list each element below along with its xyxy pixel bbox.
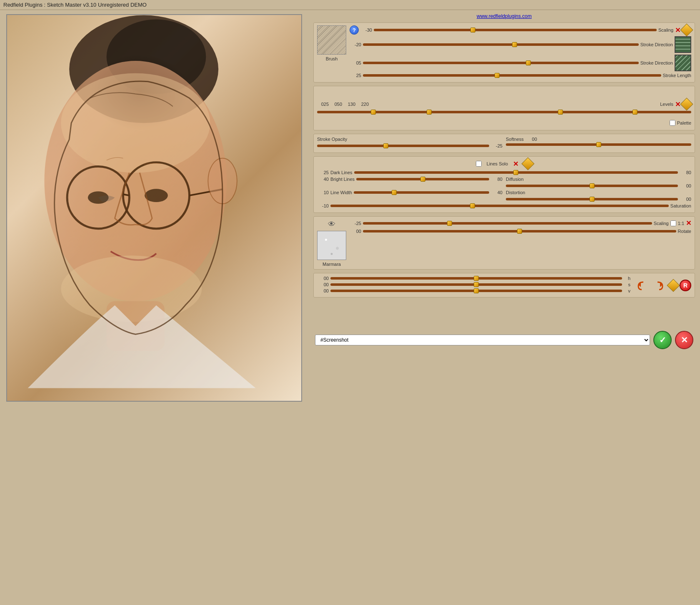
softness-slider[interactable] xyxy=(506,143,691,146)
h-slider[interactable] xyxy=(330,277,622,280)
lines-solo-checkbox[interactable] xyxy=(476,161,482,167)
bright-lines-label: Bright Lines xyxy=(330,177,355,182)
stroke-dir1-value: -20 xyxy=(350,42,361,47)
stroke-length-slider[interactable] xyxy=(363,74,661,77)
stroke-dir1-label: Stroke Direction xyxy=(640,42,673,47)
hsv-diamond-icon[interactable] xyxy=(667,279,680,292)
dark-lines-slider[interactable] xyxy=(354,171,678,174)
h-value: 00 xyxy=(317,276,329,281)
s-slider[interactable] xyxy=(330,283,622,286)
opacity-col: Stroke Opacity -25 xyxy=(317,137,502,150)
brush-diag-icon[interactable] xyxy=(675,55,691,71)
marmara-scaling-row: -25 Scaling 1:1 ✕ xyxy=(350,219,691,227)
eye-icon[interactable]: 👁 xyxy=(327,219,337,229)
brush-section: Brush ? -30 Scaling ✕ xyxy=(313,22,695,82)
brush-preview[interactable] xyxy=(317,25,346,55)
lines-section: Lines Solo ✕ 25 Dark Lines 80 xyxy=(313,156,695,213)
stroke-dir1-row: -20 Stroke Direction xyxy=(350,36,691,53)
levels-x-icon[interactable]: ✕ xyxy=(675,100,680,108)
levels-thumb-3[interactable] xyxy=(558,110,563,115)
title-bar: Redfield Plugins : Sketch Master v3.10 U… xyxy=(0,0,700,10)
stroke-opacity-slider[interactable] xyxy=(317,145,489,147)
ok-icon: ✓ xyxy=(659,335,666,345)
dark-lines-value2: 80 xyxy=(680,170,691,175)
lines-diamond-icon[interactable] xyxy=(522,157,535,170)
stroke-dir2-value: 05 xyxy=(350,60,361,65)
levels-diamond2-icon[interactable] xyxy=(680,98,693,110)
bright-lines-value2: 80 xyxy=(491,177,502,182)
stroke-dir2-label: Stroke Direction xyxy=(640,60,673,65)
cancel-button[interactable]: ✕ xyxy=(675,331,693,349)
marmara-rotate-slider[interactable] xyxy=(363,230,676,232)
marmara-label: Marmara xyxy=(322,262,341,267)
marmara-x-icon[interactable]: ✕ xyxy=(686,219,691,227)
line-width-label: Line Width xyxy=(330,190,352,195)
help-icon[interactable]: ? xyxy=(350,25,359,35)
scaling-slider[interactable] xyxy=(374,29,657,31)
website-link[interactable]: www.redfieldplugins.com xyxy=(313,13,695,19)
diffusion-slider[interactable] xyxy=(506,185,678,187)
marmara-scaling-value: -25 xyxy=(350,221,361,226)
level3-label: 130 xyxy=(344,102,355,107)
v-value: 00 xyxy=(317,288,329,293)
dark-lines-row: 25 Dark Lines 80 xyxy=(317,170,691,175)
v-slider[interactable] xyxy=(330,290,622,292)
v-label: v xyxy=(624,288,630,293)
scaling-diamond-icon[interactable] xyxy=(680,23,693,36)
marmara-preview[interactable] xyxy=(317,231,346,260)
sketch-canvas[interactable] xyxy=(6,14,302,402)
marmara-ratio-checkbox[interactable] xyxy=(670,220,676,226)
marmara-ratio-label: 1:1 xyxy=(678,221,684,226)
undo-right-btn[interactable] xyxy=(651,278,667,293)
marmara-rotate-row: 00 Rotate xyxy=(350,229,691,234)
palette-row: Palette xyxy=(317,120,691,126)
marmara-rotate-label: Rotate xyxy=(678,229,691,234)
palette-checkbox[interactable] xyxy=(670,120,675,126)
title-text: Redfield Plugins : Sketch Master v3.10 U… xyxy=(3,2,147,8)
screenshot-dropdown[interactable]: #Screenshot xyxy=(315,335,650,345)
svg-point-3 xyxy=(61,73,210,173)
lines-solo-row: Lines Solo ✕ xyxy=(317,159,691,168)
brush-vert-icon[interactable] xyxy=(675,36,691,53)
softness-value: 00 xyxy=(525,137,537,142)
level4-label: 220 xyxy=(357,102,369,107)
levels-thumb-2[interactable] xyxy=(427,110,432,115)
stroke-dir2-slider[interactable] xyxy=(363,62,639,64)
marmara-rotate-value: 00 xyxy=(350,229,361,234)
s-label: s xyxy=(624,282,630,287)
scaling-label: Scaling xyxy=(658,28,673,32)
svg-point-9 xyxy=(145,189,168,202)
stroke-dir1-slider[interactable] xyxy=(363,43,639,46)
brush-label: Brush xyxy=(326,56,338,61)
bottom-bar: #Screenshot ✓ ✕ xyxy=(313,328,695,352)
distortion-slider[interactable] xyxy=(506,198,678,200)
bright-lines-value1: 40 xyxy=(317,177,329,182)
linewidth-distortion-row: 10 Line Width 40 Distortion xyxy=(317,190,691,203)
saturation-slider[interactable] xyxy=(330,205,669,207)
stroke-length-row: 25 Stroke Length xyxy=(350,73,691,78)
stroke-opacity-label: Stroke Opacity xyxy=(317,137,347,142)
palette-label: Palette xyxy=(677,120,691,125)
undo-left-btn[interactable] xyxy=(634,278,650,293)
scaling-reset-icon[interactable]: ✕ xyxy=(675,26,680,34)
marmara-section: 👁 Marmara -25 Scaling xyxy=(313,216,695,270)
level2-label: 050 xyxy=(330,102,342,107)
levels-labels-row: 025 050 130 220 Levels ✕ xyxy=(317,100,691,109)
levels-thumb-1[interactable] xyxy=(371,110,376,115)
levels-section: ✕ 025 050 130 220 Levels ✕ xyxy=(313,86,695,130)
canvas-area xyxy=(0,10,308,603)
lines-solo-label: Lines Solo xyxy=(487,161,508,166)
levels-slider-area[interactable] xyxy=(317,111,691,118)
line-width-slider[interactable] xyxy=(354,191,489,194)
saturation-label: Saturation xyxy=(670,203,691,208)
stroke-dir2-row: 05 Stroke Direction xyxy=(350,55,691,71)
v-row: 00 v xyxy=(317,288,630,293)
reset-red-btn[interactable]: R xyxy=(680,280,691,291)
levels-multi-slider[interactable] xyxy=(317,111,691,113)
levels-thumb-4[interactable] xyxy=(632,110,638,115)
bright-lines-slider[interactable] xyxy=(356,178,489,180)
marmara-scaling-slider[interactable] xyxy=(363,222,652,225)
lines-x-icon[interactable]: ✕ xyxy=(513,160,518,168)
ok-button[interactable]: ✓ xyxy=(653,331,672,349)
cancel-icon: ✕ xyxy=(681,335,688,345)
